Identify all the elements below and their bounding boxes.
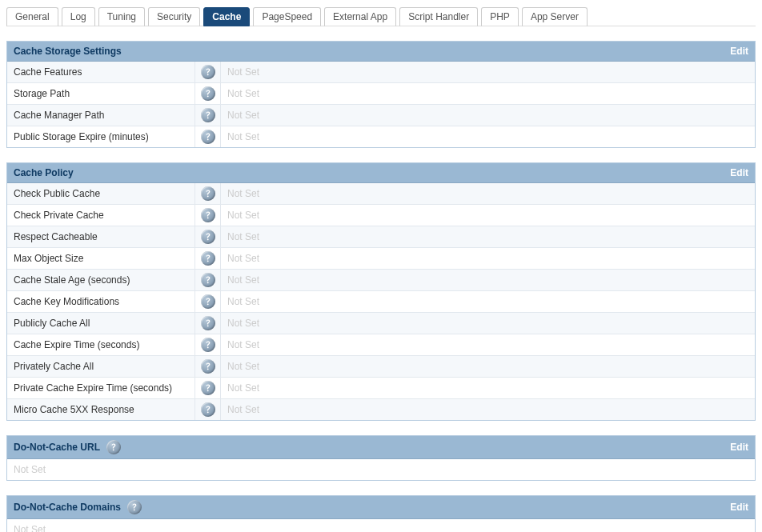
setting-value: Not Set (7, 519, 755, 532)
panel-dnc-domains: Do-Not-Cache Domains Edit Not Set (6, 495, 756, 532)
setting-value: Not Set (221, 62, 755, 82)
setting-label: Micro Cache 5XX Response (7, 399, 195, 420)
panel-header: Cache Policy Edit (7, 163, 755, 183)
setting-label: Cache Stale Age (seconds) (7, 270, 195, 290)
help-icon[interactable] (201, 230, 215, 244)
setting-value: Not Set (221, 399, 755, 420)
setting-value: Not Set (221, 334, 755, 355)
tab-bar: General Log Tuning Security Cache PageSp… (6, 6, 756, 26)
tab-general[interactable]: General (6, 7, 58, 26)
setting-value: Not Set (221, 226, 755, 247)
help-icon[interactable] (201, 273, 215, 287)
help-icon[interactable] (201, 359, 215, 374)
edit-link[interactable]: Edit (730, 46, 748, 57)
setting-label: Max Object Size (7, 248, 195, 269)
setting-value: Not Set (221, 83, 755, 104)
help-icon[interactable] (201, 381, 215, 395)
setting-label: Privately Cache All (7, 356, 195, 377)
panel-header: Do-Not-Cache Domains Edit (7, 496, 755, 519)
panel-title: Cache Storage Settings (14, 46, 122, 57)
help-icon[interactable] (201, 108, 215, 122)
tab-php[interactable]: PHP (481, 7, 519, 26)
panel-body: Check Public Cache Not Set Check Private… (7, 183, 755, 420)
help-icon[interactable] (201, 251, 215, 266)
setting-value: Not Set (221, 291, 755, 312)
setting-label: Publicly Cache All (7, 313, 195, 334)
setting-label: Cache Manager Path (7, 105, 195, 126)
setting-value: Not Set (221, 205, 755, 226)
tab-tuning[interactable]: Tuning (98, 7, 145, 26)
help-icon[interactable] (201, 316, 215, 330)
tab-pagespeed[interactable]: PageSpeed (253, 7, 321, 26)
tab-cache[interactable]: Cache (203, 7, 250, 26)
setting-value: Not Set (221, 126, 755, 147)
edit-link[interactable]: Edit (730, 442, 748, 453)
help-icon[interactable] (201, 65, 215, 79)
setting-value: Not Set (221, 270, 755, 290)
tab-external-app[interactable]: External App (324, 7, 396, 26)
tab-app-server[interactable]: App Server (522, 7, 588, 26)
setting-value: Not Set (221, 248, 755, 269)
panel-cache-policy: Cache Policy Edit Check Public Cache Not… (6, 162, 756, 421)
setting-value: Not Set (221, 378, 755, 398)
panel-header: Do-Not-Cache URL Edit (7, 436, 755, 459)
setting-label: Cache Key Modifications (7, 291, 195, 312)
panel-title: Do-Not-Cache Domains (14, 502, 121, 513)
help-icon[interactable] (201, 86, 215, 101)
setting-value: Not Set (221, 313, 755, 334)
setting-label: Public Storage Expire (minutes) (7, 126, 195, 147)
panel-cache-storage: Cache Storage Settings Edit Cache Featur… (6, 41, 756, 148)
panel-header: Cache Storage Settings Edit (7, 42, 755, 62)
setting-label: Storage Path (7, 83, 195, 104)
tab-log[interactable]: Log (62, 7, 95, 26)
help-icon[interactable] (201, 208, 215, 222)
setting-value: Not Set (221, 105, 755, 126)
help-icon[interactable] (201, 130, 215, 144)
setting-value: Not Set (221, 183, 755, 204)
edit-link[interactable]: Edit (730, 502, 748, 513)
help-icon[interactable] (201, 402, 215, 417)
help-icon[interactable] (201, 294, 215, 309)
help-icon[interactable] (106, 440, 121, 454)
setting-label: Private Cache Expire Time (seconds) (7, 378, 195, 398)
tab-security[interactable]: Security (148, 7, 200, 26)
setting-label: Cache Expire Time (seconds) (7, 334, 195, 355)
help-icon[interactable] (127, 500, 142, 514)
help-icon[interactable] (201, 338, 215, 352)
setting-value: Not Set (7, 459, 755, 480)
setting-label: Check Public Cache (7, 183, 195, 204)
setting-value: Not Set (221, 356, 755, 377)
edit-link[interactable]: Edit (730, 167, 748, 178)
help-icon[interactable] (201, 186, 215, 201)
panel-dnc-url: Do-Not-Cache URL Edit Not Set (6, 435, 756, 481)
setting-label: Cache Features (7, 62, 195, 82)
panel-body: Cache Features Not Set Storage Path Not … (7, 62, 755, 147)
setting-label: Respect Cacheable (7, 226, 195, 247)
panel-title: Cache Policy (14, 167, 74, 178)
panel-title: Do-Not-Cache URL (14, 442, 100, 453)
setting-label: Check Private Cache (7, 205, 195, 226)
tab-script-handler[interactable]: Script Handler (399, 7, 478, 26)
